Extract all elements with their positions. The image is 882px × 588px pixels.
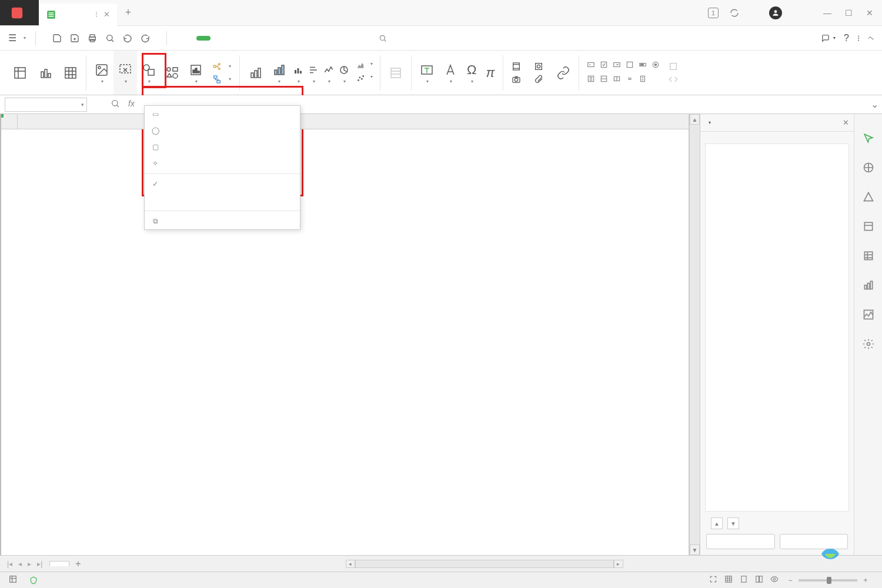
document-protected-label[interactable] xyxy=(29,576,40,584)
symbol-button[interactable]: Ω▾ xyxy=(462,51,481,95)
format-tool-icon[interactable] xyxy=(862,220,875,233)
sparkline-column-button[interactable]: ▾ xyxy=(290,51,306,95)
flowchart-button[interactable]: ▾ xyxy=(212,75,231,84)
save-as-icon[interactable] xyxy=(69,32,81,44)
icon-library-button[interactable] xyxy=(161,51,184,95)
select-tool-icon[interactable] xyxy=(862,132,875,145)
mi-hide-window-capture[interactable] xyxy=(145,192,300,209)
form-control-5[interactable] xyxy=(638,61,647,71)
tab-menu-icon[interactable]: ⁝ xyxy=(95,10,98,19)
settings-tool-icon[interactable] xyxy=(862,338,875,350)
form-control-1[interactable] xyxy=(586,61,596,71)
form-control-9[interactable] xyxy=(612,75,622,85)
file-menu[interactable]: ▾ xyxy=(21,35,26,41)
sparkline-line-button[interactable]: ▾ xyxy=(321,51,336,95)
more-icon[interactable]: ⁝ xyxy=(857,34,860,43)
comments-button[interactable]: ▾ xyxy=(821,34,836,42)
fullscreen-icon[interactable] xyxy=(709,575,717,585)
close-tab-icon[interactable]: ✕ xyxy=(103,10,110,19)
form-control-3[interactable] xyxy=(612,61,622,71)
expand-formula-icon[interactable]: ⌄ xyxy=(871,99,878,110)
pivot-table-button[interactable] xyxy=(7,51,33,95)
user-avatar[interactable] xyxy=(769,6,782,19)
notification-icon[interactable]: 1 xyxy=(708,8,719,18)
redo-icon[interactable] xyxy=(139,32,151,44)
pivot-chart-button[interactable] xyxy=(33,51,59,95)
mi-rect-capture[interactable]: ▭ xyxy=(145,106,300,122)
picture-button[interactable]: ▾ xyxy=(90,51,113,95)
move-up-button[interactable]: ▲ xyxy=(711,517,723,529)
sparkline-bar-button[interactable]: ▾ xyxy=(306,51,321,95)
zoom-in-button[interactable]: + xyxy=(861,576,870,584)
form-control-10[interactable] xyxy=(625,75,634,85)
shapes-button[interactable]: ▾ xyxy=(137,51,161,95)
hyperlink-button[interactable] xyxy=(552,51,575,95)
textbox-button[interactable]: ▾ xyxy=(415,51,439,95)
tab-security[interactable] xyxy=(316,36,323,41)
sheet-tab-1[interactable] xyxy=(49,561,69,566)
collapse-ribbon-icon[interactable]: ヘ xyxy=(868,34,874,42)
tab-view[interactable] xyxy=(298,36,305,41)
undo-icon[interactable] xyxy=(122,32,133,44)
tab-review[interactable] xyxy=(279,36,286,41)
add-sheet-button[interactable]: + xyxy=(69,559,86,569)
mi-custom-capture[interactable]: ✧ xyxy=(145,155,300,172)
zoom-formula-icon[interactable] xyxy=(111,99,120,110)
screenshot-button[interactable]: ▾ xyxy=(113,51,137,95)
zoom-out-button[interactable]: − xyxy=(786,576,795,584)
form-control-11[interactable] xyxy=(638,75,647,85)
function-chart-button[interactable]: ▾ xyxy=(184,51,208,95)
camera-button[interactable] xyxy=(512,75,524,84)
mindmap-button[interactable]: ▾ xyxy=(212,62,231,71)
style-tool-icon[interactable] xyxy=(862,161,875,174)
header-footer-button[interactable] xyxy=(512,62,524,71)
page-view-icon[interactable] xyxy=(740,575,748,585)
function-icon[interactable]: fx xyxy=(128,99,135,110)
status-mode-icon[interactable] xyxy=(8,574,18,586)
tab-insert[interactable] xyxy=(196,36,211,41)
shape-tool-icon[interactable] xyxy=(862,191,875,203)
normal-view-icon[interactable] xyxy=(724,575,733,585)
tab-devtools[interactable] xyxy=(335,36,342,41)
mi-capture-tool-window[interactable]: ⧉ xyxy=(145,213,300,229)
sheet-last-icon[interactable]: ▸| xyxy=(35,559,45,569)
spreadsheet[interactable]: ▭ ◯ ▢ ✧ ✓ ⧉ xyxy=(0,114,689,555)
cell-reference-box[interactable]: ▾ xyxy=(5,98,87,112)
reading-view-icon[interactable] xyxy=(770,575,779,585)
tab-data[interactable] xyxy=(260,36,267,41)
object-button[interactable] xyxy=(534,62,547,71)
form-control-4[interactable] xyxy=(625,61,634,71)
mi-fullscreen-capture[interactable]: ✓ xyxy=(145,176,300,192)
pagebreak-view-icon[interactable] xyxy=(755,575,763,585)
mi-ellipse-capture[interactable]: ◯ xyxy=(145,122,300,139)
sync-icon[interactable] xyxy=(729,8,740,18)
tab-page-layout[interactable] xyxy=(222,36,229,41)
tab-formula[interactable] xyxy=(241,36,248,41)
search-box[interactable] xyxy=(379,34,389,42)
form-control-6[interactable] xyxy=(651,61,660,71)
tab-start[interactable] xyxy=(178,36,185,41)
chart-button[interactable] xyxy=(243,51,267,95)
close-pane-icon[interactable]: ✕ xyxy=(843,118,849,127)
attachment-button[interactable] xyxy=(534,75,547,84)
help-icon[interactable]: ? xyxy=(844,33,849,44)
data-tool-icon[interactable] xyxy=(862,249,875,262)
print-preview-icon[interactable] xyxy=(104,32,116,44)
hamburger-icon[interactable]: ☰ xyxy=(8,32,16,44)
table-button[interactable] xyxy=(59,51,82,95)
online-chart-button[interactable]: ▾ xyxy=(267,51,290,95)
sparkline-area-button[interactable] xyxy=(355,61,366,72)
wordart-button[interactable]: ▾ xyxy=(439,51,462,95)
move-down-button[interactable]: ▼ xyxy=(727,517,739,529)
sheet-next-icon[interactable]: ▸ xyxy=(25,559,34,569)
chart-tool-icon[interactable] xyxy=(862,279,875,292)
equation-button[interactable]: π xyxy=(481,51,499,95)
mi-rounded-rect-capture[interactable]: ▢ xyxy=(145,139,300,155)
form-control-2[interactable] xyxy=(599,61,609,71)
print-icon[interactable] xyxy=(86,32,98,44)
new-tab-button[interactable]: + xyxy=(117,2,139,24)
form-control-8[interactable] xyxy=(599,75,609,85)
vertical-scrollbar[interactable]: ▲▼ xyxy=(689,114,700,555)
file-tab[interactable]: ⁝ ✕ xyxy=(39,4,117,26)
sparkline-scatter-button[interactable] xyxy=(355,74,366,85)
